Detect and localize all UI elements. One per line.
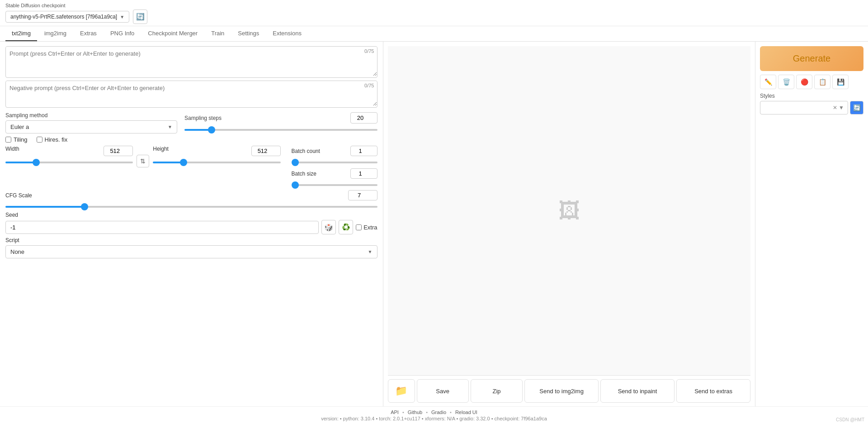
seed-recycle-button[interactable]: ♻️ — [339, 220, 353, 234]
width-slider[interactable] — [5, 162, 133, 163]
pencil-button[interactable]: ✏️ — [760, 75, 776, 89]
seed-input[interactable] — [5, 221, 319, 234]
footer-reload-link[interactable]: Reload UI — [455, 410, 477, 415]
footer-sep1: • — [402, 410, 404, 415]
sampling-steps-slider[interactable] — [184, 129, 377, 131]
zip-button[interactable]: Zip — [471, 379, 523, 403]
extra-checkbox[interactable] — [356, 224, 362, 230]
watermark: CSDN @HMT — [836, 417, 864, 422]
copy-button[interactable]: 📋 — [814, 75, 830, 89]
seed-dice-button[interactable]: 🎲 — [321, 220, 336, 234]
batch-count-label: Batch count — [292, 148, 320, 154]
positive-prompt-input[interactable] — [6, 47, 377, 76]
tiling-checkbox[interactable] — [5, 137, 11, 143]
hires-fix-checkbox-label[interactable]: Hires. fix — [37, 136, 68, 143]
red-circle-button[interactable]: 🔴 — [796, 75, 812, 89]
negative-prompt-container: 0/75 — [5, 81, 377, 108]
extra-checkbox-label[interactable]: Extra — [356, 224, 377, 231]
send-to-extras-button[interactable]: Send to extras — [676, 379, 750, 403]
folder-button[interactable]: 📁 — [388, 379, 415, 403]
batch-size-input[interactable] — [350, 168, 377, 179]
styles-input[interactable]: ✕ ▼ — [760, 101, 848, 114]
script-dropdown[interactable]: None ▼ — [5, 245, 377, 258]
checkpoint-dropdown[interactable]: anything-v5-PrtRE.safetensors [7f96a1a9c… — [5, 11, 129, 23]
batch-count-input[interactable] — [350, 146, 377, 156]
footer-github-link[interactable]: Github — [408, 410, 422, 415]
positive-prompt-container: 0/75 — [5, 46, 377, 78]
height-slider[interactable] — [153, 162, 280, 163]
cfg-scale-label: CFG Scale — [5, 192, 32, 199]
sampling-method-label: Sampling method — [5, 112, 177, 119]
generate-button[interactable]: Generate — [760, 46, 863, 71]
batch-size-slider[interactable] — [292, 184, 377, 186]
footer-sep3: • — [450, 410, 452, 415]
width-input[interactable] — [104, 146, 133, 156]
tab-checkpoint-merger[interactable]: Checkpoint Merger — [142, 26, 204, 41]
script-arrow-icon: ▼ — [368, 249, 373, 254]
footer-api-link[interactable]: API — [391, 410, 399, 415]
script-label: Script — [5, 237, 377, 243]
tiling-label: Tiling — [14, 136, 28, 143]
negative-char-count: 0/75 — [364, 83, 374, 88]
seed-label: Seed — [5, 212, 377, 218]
script-value: None — [10, 248, 24, 255]
footer-gradio-link[interactable]: Gradio — [431, 410, 446, 415]
send-to-img2img-button[interactable]: Send to img2img — [524, 379, 599, 403]
footer-version-info: version: • python: 3.10.4 • torch: 2.0.1… — [3, 416, 865, 421]
negative-prompt-input[interactable] — [6, 81, 377, 106]
batch-count-slider[interactable] — [292, 162, 377, 163]
sampling-method-arrow-icon: ▼ — [168, 124, 172, 129]
hires-fix-label: Hires. fix — [45, 136, 68, 143]
refresh-checkpoint-button[interactable]: 🔄 — [133, 10, 147, 24]
positive-char-count: 0/75 — [364, 48, 374, 54]
image-placeholder: 🖼 — [558, 198, 580, 223]
styles-refresh-button[interactable]: 🔄 — [850, 101, 863, 114]
hires-fix-checkbox[interactable] — [37, 137, 42, 143]
checkpoint-value: anything-v5-PrtRE.safetensors [7f96a1a9c… — [10, 14, 117, 20]
height-label: Height — [153, 146, 169, 156]
styles-label: Styles — [760, 93, 863, 99]
height-input[interactable] — [251, 146, 281, 156]
checkpoint-arrow-icon: ▼ — [120, 14, 124, 19]
sampling-method-value: Euler a — [10, 124, 29, 130]
tiling-checkbox-label[interactable]: Tiling — [5, 136, 28, 143]
tab-extras[interactable]: Extras — [74, 26, 103, 41]
send-to-inpaint-button[interactable]: Send to inpaint — [600, 379, 675, 403]
footer: API • Github • Gradio • Reload UI versio… — [0, 406, 868, 424]
save-disk-button[interactable]: 💾 — [832, 75, 849, 89]
batch-size-label: Batch size — [292, 171, 316, 177]
save-button[interactable]: Save — [417, 379, 469, 403]
sampling-steps-input[interactable] — [350, 112, 377, 124]
styles-clear-icon[interactable]: ✕ ▼ — [833, 105, 844, 111]
sampling-method-dropdown[interactable]: Euler a ▼ — [5, 120, 177, 133]
tab-settings[interactable]: Settings — [231, 26, 265, 41]
width-label: Width — [5, 146, 19, 156]
tab-pnginfo[interactable]: PNG Info — [104, 26, 141, 41]
tab-txt2img[interactable]: txt2img — [5, 26, 37, 41]
swap-dimensions-button[interactable]: ⇅ — [137, 155, 149, 167]
cfg-scale-input[interactable] — [348, 190, 377, 200]
footer-sep2: • — [426, 410, 428, 415]
tab-img2img[interactable]: img2img — [38, 26, 73, 41]
extra-label: Extra — [363, 224, 377, 231]
checkpoint-label: Stable Diffusion checkpoint — [5, 3, 863, 8]
cfg-scale-slider[interactable] — [5, 206, 377, 208]
tab-extensions[interactable]: Extensions — [266, 26, 308, 41]
sampling-steps-label: Sampling steps — [184, 115, 222, 121]
tab-train[interactable]: Train — [205, 26, 231, 41]
trash-button[interactable]: 🗑️ — [778, 75, 794, 89]
